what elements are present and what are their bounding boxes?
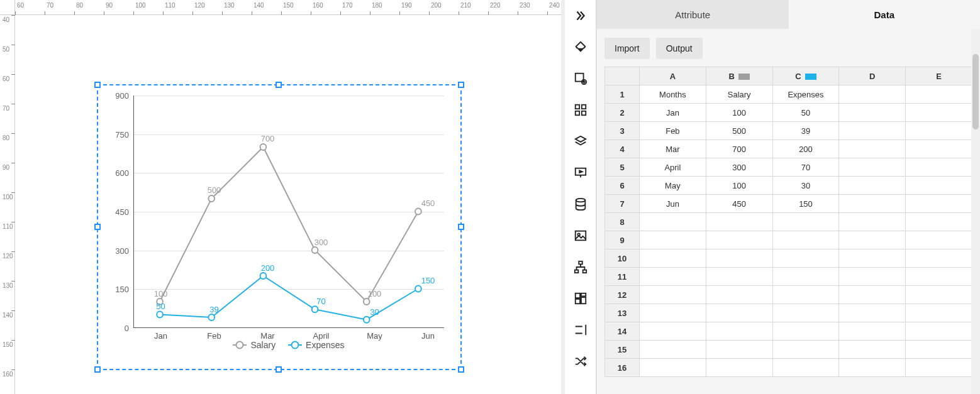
cell[interactable] <box>706 268 772 286</box>
cell[interactable] <box>640 322 706 341</box>
cell[interactable] <box>839 231 906 249</box>
component-settings-icon[interactable] <box>565 63 596 94</box>
cell[interactable]: May <box>640 177 706 195</box>
row-header[interactable]: 10 <box>605 249 640 268</box>
resize-handle-s[interactable] <box>276 366 282 373</box>
cell[interactable]: 200 <box>772 140 839 158</box>
cell[interactable] <box>906 322 972 341</box>
fill-icon[interactable] <box>565 31 596 63</box>
cell[interactable]: Jun <box>640 195 706 213</box>
cell[interactable] <box>906 104 972 122</box>
cell[interactable]: 39 <box>772 122 839 140</box>
cell[interactable] <box>906 85 972 104</box>
cell[interactable] <box>772 304 839 322</box>
cell[interactable] <box>906 213 972 231</box>
cell[interactable] <box>772 341 839 359</box>
cell[interactable] <box>839 322 906 341</box>
cell[interactable]: April <box>640 158 706 177</box>
cell[interactable] <box>906 341 972 359</box>
row-header[interactable]: 1 <box>605 85 640 104</box>
cell[interactable] <box>706 304 772 322</box>
cell[interactable] <box>839 140 906 158</box>
resize-handle-n[interactable] <box>276 82 282 88</box>
row-header[interactable]: 14 <box>605 322 640 341</box>
cell[interactable] <box>772 213 839 231</box>
database-icon[interactable] <box>565 189 596 220</box>
grid-icon[interactable] <box>565 94 596 126</box>
cell[interactable]: 100 <box>706 177 772 195</box>
cell[interactable] <box>839 304 906 322</box>
cell[interactable]: Salary <box>706 85 772 104</box>
row-header[interactable]: 6 <box>605 177 640 195</box>
layers-icon[interactable] <box>565 126 596 157</box>
resize-handle-ne[interactable] <box>458 82 464 88</box>
cell[interactable] <box>772 268 839 286</box>
row-header[interactable]: 2 <box>605 104 640 122</box>
col-header[interactable]: A <box>640 67 706 85</box>
cell[interactable] <box>906 231 972 249</box>
cell[interactable] <box>839 104 906 122</box>
scrollbar-vertical[interactable] <box>971 29 980 394</box>
cell[interactable] <box>640 286 706 304</box>
row-header[interactable]: 9 <box>605 231 640 249</box>
cell[interactable] <box>706 231 772 249</box>
row-header[interactable]: 12 <box>605 286 640 304</box>
cell[interactable] <box>906 177 972 195</box>
cell[interactable] <box>906 249 972 268</box>
col-header[interactable]: C <box>772 67 839 85</box>
row-header[interactable]: 3 <box>605 122 640 140</box>
cell[interactable]: Feb <box>640 122 706 140</box>
cell[interactable]: 100 <box>706 104 772 122</box>
cell[interactable] <box>839 195 906 213</box>
scrollbar-thumb[interactable] <box>972 54 979 129</box>
cell[interactable] <box>839 122 906 140</box>
selection-box[interactable]: 0150300450600750900JanFebMarAprilMayJun1… <box>97 84 462 370</box>
row-header[interactable]: 13 <box>605 304 640 322</box>
cell[interactable]: 30 <box>772 177 839 195</box>
cell[interactable] <box>640 231 706 249</box>
cell[interactable] <box>640 249 706 268</box>
image-icon[interactable] <box>565 220 596 251</box>
cell[interactable]: 300 <box>706 158 772 177</box>
cell[interactable]: 150 <box>772 195 839 213</box>
resize-handle-e[interactable] <box>458 224 464 230</box>
cell[interactable] <box>906 304 972 322</box>
cell[interactable] <box>772 249 839 268</box>
row-header[interactable]: 7 <box>605 195 640 213</box>
cell[interactable] <box>906 140 972 158</box>
cell[interactable]: 50 <box>772 104 839 122</box>
canvas-area[interactable]: 6070809010011012013014015016017018019020… <box>0 0 565 394</box>
dashboard-icon[interactable] <box>565 283 596 314</box>
cell[interactable] <box>839 249 906 268</box>
cell[interactable]: Months <box>640 85 706 104</box>
line-chart[interactable]: 0150300450600750900JanFebMarAprilMayJun1… <box>102 89 457 365</box>
row-header[interactable]: 4 <box>605 140 640 158</box>
col-header[interactable]: B <box>706 67 772 85</box>
cell[interactable] <box>706 213 772 231</box>
cell[interactable] <box>839 341 906 359</box>
cell[interactable] <box>839 177 906 195</box>
import-button[interactable]: Import <box>604 38 650 59</box>
output-button[interactable]: Output <box>656 38 703 59</box>
cell[interactable]: 70 <box>772 158 839 177</box>
cell[interactable] <box>839 268 906 286</box>
resize-handle-w[interactable] <box>94 224 101 230</box>
cell[interactable] <box>772 359 839 377</box>
resize-handle-nw[interactable] <box>94 82 101 88</box>
resize-handle-se[interactable] <box>458 366 464 373</box>
cell[interactable]: 700 <box>706 140 772 158</box>
cell[interactable] <box>640 304 706 322</box>
cell[interactable]: Mar <box>640 140 706 158</box>
cell[interactable] <box>706 359 772 377</box>
resize-handle-sw[interactable] <box>94 366 101 373</box>
row-header[interactable]: 5 <box>605 158 640 177</box>
cell[interactable]: 450 <box>706 195 772 213</box>
cell[interactable]: Expenses <box>772 85 839 104</box>
cell[interactable] <box>906 286 972 304</box>
align-icon[interactable] <box>565 314 596 346</box>
col-header[interactable]: E <box>906 67 972 85</box>
cell[interactable] <box>839 85 906 104</box>
cell[interactable] <box>839 158 906 177</box>
cell[interactable] <box>706 322 772 341</box>
cell[interactable] <box>706 286 772 304</box>
